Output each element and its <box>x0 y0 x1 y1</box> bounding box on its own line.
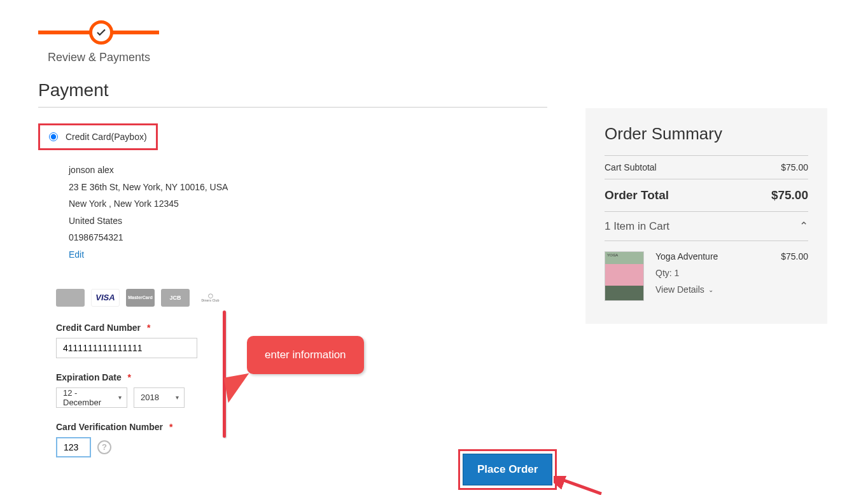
place-order-highlight: Place Order <box>458 449 557 490</box>
place-order-button[interactable]: Place Order <box>463 454 552 485</box>
cvv-input[interactable] <box>56 437 91 457</box>
annotation-callout: enter information <box>247 336 364 374</box>
chevron-down-icon: ▾ <box>176 394 179 401</box>
payment-section-title: Payment <box>38 80 547 108</box>
billing-country: United States <box>69 213 547 230</box>
exp-year-select[interactable]: 2018 ▾ <box>134 387 185 408</box>
billing-address-block: jonson alex 23 E 36th St, New York, NY 1… <box>69 162 547 263</box>
visa-icon: VISA <box>91 289 120 307</box>
chevron-down-icon: ▾ <box>118 394 122 401</box>
svg-line-0 <box>559 478 601 494</box>
exp-label: Expiration Date <box>56 372 122 382</box>
exp-date-field: Expiration Date * 12 - December ▾ 2018 ▾ <box>56 372 547 408</box>
annotation-arrow <box>554 476 605 495</box>
mastercard-icon: MasterCard <box>126 289 155 307</box>
step-label: Review & Payments <box>48 51 547 64</box>
exp-month-value: 12 - December <box>63 388 111 407</box>
billing-city: New York , New York 12345 <box>69 195 547 213</box>
subtotal-value: $75.00 <box>781 162 808 172</box>
payment-method-radio[interactable] <box>49 132 58 141</box>
progress-step-marker <box>89 20 113 45</box>
cart-item: Yoga Adventure $75.00 Qty: 1 View Detail… <box>605 241 808 305</box>
chevron-up-icon: ⌃ <box>799 220 808 233</box>
required-star: * <box>128 372 131 382</box>
view-details-toggle[interactable]: View Details ⌄ <box>655 284 808 295</box>
billing-street: 23 E 36th St, New York, NY 10016, USA <box>69 179 547 196</box>
payment-method-label: Credit Card(Paybox) <box>66 132 147 142</box>
subtotal-label: Cart Subtotal <box>605 162 657 172</box>
check-icon <box>95 27 107 38</box>
required-star: * <box>169 422 172 432</box>
order-total-value: $75.00 <box>771 188 808 202</box>
item-thumbnail <box>605 251 644 301</box>
billing-name: jonson alex <box>69 162 547 179</box>
cart-header-label: 1 Item in Cart <box>605 220 669 233</box>
order-summary-panel: Order Summary Cart Subtotal $75.00 Order… <box>585 108 827 324</box>
item-name: Yoga Adventure <box>655 251 718 261</box>
order-total-label: Order Total <box>605 188 669 202</box>
exp-month-select[interactable]: 12 - December ▾ <box>56 387 127 408</box>
view-details-label: View Details <box>655 284 704 295</box>
exp-year-value: 2018 <box>141 393 159 402</box>
required-star: * <box>147 323 150 333</box>
cvv-label: Card Verification Number <box>56 422 163 432</box>
chevron-down-icon: ⌄ <box>708 286 713 293</box>
progress-bar <box>38 19 547 45</box>
jcb-icon: JCB <box>161 289 190 307</box>
billing-phone: 01986754321 <box>69 229 547 246</box>
cc-number-label: Credit Card Number <box>56 323 141 333</box>
amex-icon <box>56 289 85 307</box>
accepted-cards: VISA MasterCard JCB ◯Diners Club <box>56 289 547 307</box>
order-summary-title: Order Summary <box>605 124 808 144</box>
cc-number-input[interactable] <box>56 338 197 358</box>
help-icon[interactable]: ? <box>97 440 111 454</box>
annotation-bracket <box>223 310 226 438</box>
cart-items-toggle[interactable]: 1 Item in Cart ⌃ <box>605 211 808 241</box>
edit-billing-link[interactable]: Edit <box>69 246 547 263</box>
item-qty: Qty: 1 <box>655 268 808 278</box>
diners-icon: ◯Diners Club <box>196 289 225 307</box>
payment-method-option[interactable]: Credit Card(Paybox) <box>38 123 158 150</box>
item-price: $75.00 <box>781 251 808 261</box>
annotation-callout-tail <box>224 373 253 403</box>
